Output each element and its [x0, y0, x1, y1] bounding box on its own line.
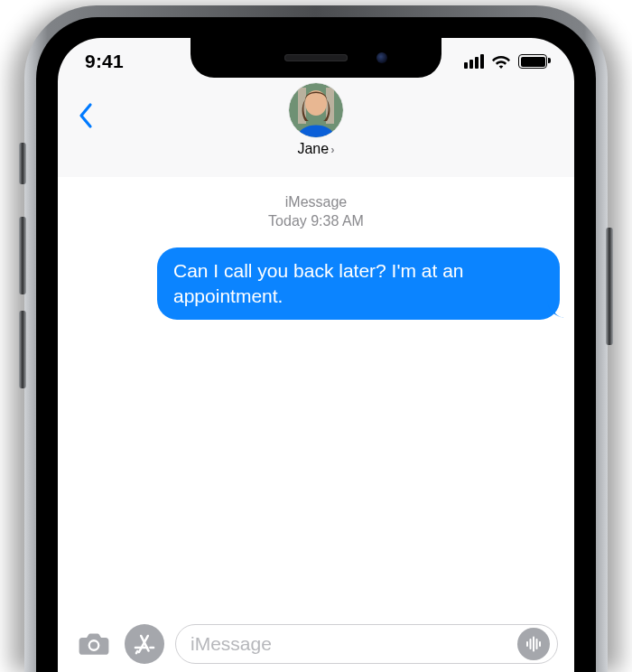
conversation-thread[interactable]: iMessage Today 9:38 AM Can I call you ba…	[58, 177, 574, 616]
message-input-bar: iMessage	[58, 616, 574, 672]
app-store-icon	[132, 631, 157, 657]
contact-name: Jane	[297, 141, 329, 157]
bubble-tail-icon	[547, 301, 565, 319]
status-icons	[464, 54, 547, 69]
conversation-header: Jane ›	[58, 78, 574, 178]
contact-info-button[interactable]: Jane ›	[58, 83, 574, 157]
chevron-right-icon: ›	[330, 143, 334, 156]
messages-screen: 9:41	[58, 38, 574, 672]
svg-line-11	[136, 651, 137, 653]
avatar	[289, 83, 343, 137]
message-input[interactable]: iMessage	[175, 624, 558, 664]
battery-icon	[518, 54, 547, 69]
waveform-icon	[524, 634, 544, 654]
cellular-signal-icon	[464, 54, 484, 69]
dictation-button[interactable]	[517, 628, 550, 660]
notch	[191, 38, 441, 78]
wifi-icon	[491, 54, 511, 69]
camera-icon	[78, 631, 110, 657]
status-time: 9:41	[85, 51, 124, 72]
svg-point-6	[90, 641, 98, 649]
thread-timestamp: iMessage Today 9:38 AM	[58, 193, 574, 231]
sent-message-bubble[interactable]: Can I call you back later? I'm at an app…	[157, 247, 560, 321]
message-text: Can I call you back later? I'm at an app…	[173, 260, 464, 306]
camera-button[interactable]	[74, 624, 114, 664]
app-drawer-button[interactable]	[125, 624, 164, 664]
input-placeholder: iMessage	[191, 633, 517, 655]
